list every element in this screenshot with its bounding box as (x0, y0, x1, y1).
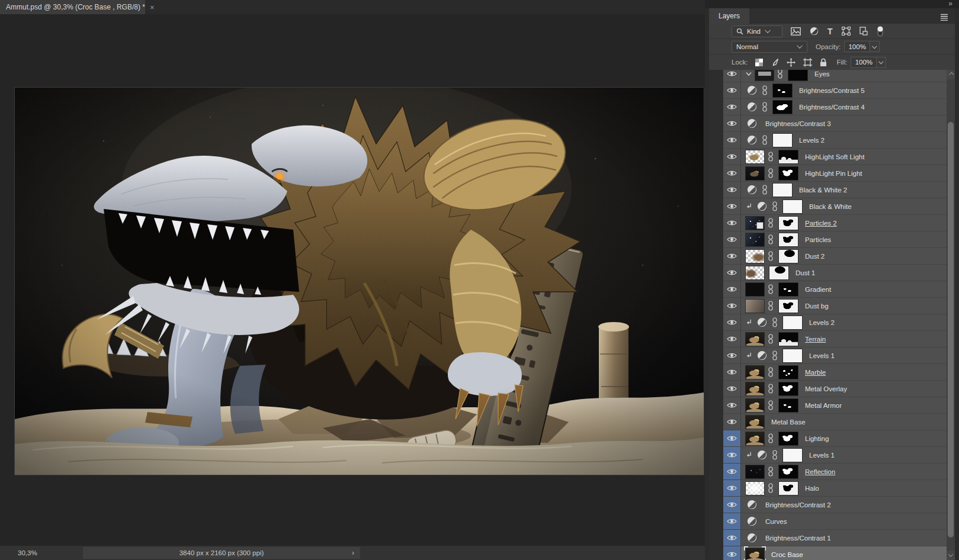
blend-mode-dropdown[interactable]: Normal (732, 41, 807, 53)
mask-link-icon[interactable] (768, 400, 774, 410)
visibility-toggle[interactable] (723, 364, 741, 380)
status-chevron-icon[interactable]: › (352, 549, 354, 557)
pasteboard[interactable] (0, 14, 705, 546)
layer-name[interactable]: Brightness/Contrast 1 (765, 535, 831, 542)
layer-mask-thumbnail[interactable] (773, 134, 792, 147)
close-tab-icon[interactable]: × (150, 4, 155, 11)
visibility-toggle[interactable] (723, 165, 741, 181)
layer-name[interactable]: HighLight Pin Light (805, 170, 862, 177)
mask-link-icon[interactable] (768, 466, 774, 477)
layer-name[interactable]: Black & White (809, 203, 852, 210)
layer-row[interactable]: Lighting (723, 430, 947, 447)
visibility-toggle[interactable] (723, 198, 741, 214)
layer-mask-thumbnail[interactable] (779, 482, 798, 495)
layer-mask-thumbnail[interactable] (783, 200, 802, 213)
visibility-toggle[interactable] (723, 298, 741, 314)
visibility-toggle[interactable] (723, 447, 741, 463)
layer-row[interactable]: Croc Base (723, 546, 947, 560)
layer-row[interactable]: Brightness/Contrast 3 (723, 115, 947, 132)
layer-mask-thumbnail[interactable] (779, 432, 798, 445)
mask-link-icon[interactable] (768, 433, 774, 443)
visibility-toggle[interactable] (723, 115, 741, 131)
layer-row[interactable]: Levels 1 (723, 447, 947, 464)
layer-row[interactable]: Metal Armor (723, 397, 947, 414)
group-caret-icon[interactable] (746, 72, 752, 76)
visibility-toggle[interactable] (723, 464, 741, 479)
layer-row[interactable]: Brightness/Contrast 5 (723, 82, 947, 99)
layer-name[interactable]: Dust 2 (805, 253, 825, 260)
mask-link-icon[interactable] (772, 201, 778, 211)
layer-mask-thumbnail[interactable] (779, 382, 798, 395)
layer-row[interactable]: Brightness/Contrast 2 (723, 497, 947, 513)
lock-move-icon[interactable] (787, 58, 796, 67)
filter-kind-dropdown[interactable]: Kind (732, 25, 782, 37)
adjustment-layer-icon[interactable] (757, 350, 767, 361)
layer-name[interactable]: Metal Overlay (805, 385, 847, 392)
layer-name[interactable]: Gradient (805, 286, 831, 293)
collapse-panels-icon[interactable]: » (948, 0, 952, 8)
layer-thumbnail[interactable] (746, 266, 764, 279)
layer-row[interactable]: Brightness/Contrast 1 (723, 530, 947, 546)
layer-row[interactable]: Metal Overlay (723, 381, 947, 397)
visibility-toggle[interactable] (723, 99, 741, 115)
layer-row[interactable]: Black & White 2 (723, 182, 947, 198)
layer-name[interactable]: Curves (765, 518, 787, 525)
layer-thumbnail[interactable] (746, 548, 764, 560)
image-filter-icon[interactable] (791, 27, 801, 36)
visibility-toggle[interactable] (723, 546, 741, 560)
layer-mask-thumbnail[interactable] (779, 250, 798, 263)
smart-object-filter-icon[interactable] (859, 27, 868, 36)
layer-name[interactable]: HighLight Soft Light (805, 153, 864, 160)
lock-paint-icon[interactable] (771, 58, 779, 66)
layer-row[interactable]: Gradient (723, 281, 947, 298)
fill-value-field[interactable]: 100% (851, 57, 877, 68)
mask-link-icon[interactable] (768, 301, 774, 311)
layer-thumbnail[interactable] (746, 283, 764, 296)
visibility-toggle[interactable] (723, 381, 741, 397)
adjustment-layer-icon[interactable] (747, 85, 757, 95)
adjustment-layer-icon[interactable] (757, 317, 767, 327)
layer-thumbnail[interactable] (746, 167, 764, 180)
document-info-field[interactable]: 3840 px x 2160 px (300 ppi) › (83, 547, 360, 559)
lock-all-icon[interactable] (820, 58, 827, 67)
layer-name[interactable]: Levels 1 (809, 352, 835, 359)
tab-layers[interactable]: Layers (709, 8, 749, 24)
layer-mask-thumbnail[interactable] (783, 449, 802, 462)
layer-thumbnail[interactable] (746, 399, 764, 412)
layer-mask-thumbnail[interactable] (779, 167, 798, 180)
layer-row[interactable]: Particles 2 (723, 215, 947, 231)
canvas-artwork[interactable] (15, 88, 704, 475)
lock-transparency-icon[interactable] (755, 59, 763, 66)
layer-thumbnail[interactable] (746, 482, 764, 495)
visibility-toggle[interactable] (723, 248, 741, 264)
layer-name[interactable]: Brightness/Contrast 4 (799, 104, 865, 111)
layer-name[interactable]: Levels 2 (809, 319, 835, 326)
visibility-toggle[interactable] (723, 331, 741, 347)
mask-link-icon[interactable] (762, 185, 768, 195)
layer-mask-thumbnail[interactable] (779, 366, 798, 379)
mask-link-icon[interactable] (768, 152, 774, 162)
layer-name[interactable]: Levels 2 (799, 137, 825, 144)
adjustment-layer-icon[interactable] (757, 201, 767, 211)
visibility-toggle[interactable] (723, 347, 741, 363)
mask-link-icon[interactable] (768, 251, 774, 261)
layer-name[interactable]: Levels 1 (809, 452, 835, 459)
layer-mask-thumbnail[interactable] (788, 70, 807, 81)
layer-row[interactable]: Brightness/Contrast 4 (723, 99, 947, 115)
layer-thumbnail[interactable] (746, 416, 764, 429)
layer-row[interactable]: Particles (723, 231, 947, 248)
mask-link-icon[interactable] (768, 168, 774, 178)
layer-thumbnail[interactable] (746, 432, 764, 445)
adjustment-layer-icon[interactable] (747, 102, 757, 112)
layer-mask-thumbnail[interactable] (773, 84, 792, 97)
layer-mask-thumbnail[interactable] (779, 300, 798, 313)
layer-row[interactable]: HighLight Soft Light (723, 149, 947, 165)
layer-name[interactable]: Black & White 2 (799, 186, 847, 194)
layer-mask-thumbnail[interactable] (773, 101, 792, 114)
opacity-dropdown-arrow[interactable] (870, 41, 880, 52)
layer-name[interactable]: Metal Base (771, 419, 806, 426)
scrollbar-thumb[interactable] (948, 122, 954, 538)
visibility-toggle[interactable] (723, 530, 741, 546)
layer-thumbnail[interactable] (755, 70, 774, 81)
visibility-toggle[interactable] (723, 182, 741, 198)
